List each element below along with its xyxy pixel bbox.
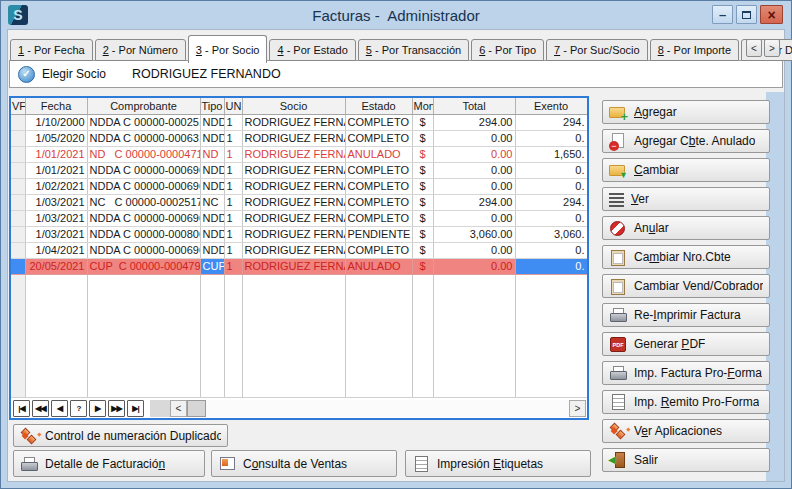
cell-fecha[interactable]: 1/03/2021 [25, 226, 87, 242]
cell-comprobante[interactable]: NDDA C 00000-0006964 [87, 178, 200, 194]
consulta-de-ventas-button[interactable]: Consulta de Ventas [211, 450, 397, 477]
cell-comprobante[interactable]: NDDA C 00000-0006964 [87, 242, 200, 258]
cell-estado[interactable]: ANULADO [345, 258, 412, 274]
cell-comprobante[interactable]: NDDA C 00000-0006964 [87, 210, 200, 226]
tab-por-tipo[interactable]: 6 - Por Tipo [471, 39, 544, 61]
ver-aplicaciones-button[interactable]: Ver Aplicaciones [602, 419, 770, 443]
cell-estado[interactable]: COMPLETO [345, 242, 412, 258]
cell-fecha[interactable]: 1/01/2021 [25, 146, 87, 162]
nav-search-button[interactable]: ? [70, 400, 87, 417]
cell-total[interactable]: 3,060.00 [433, 226, 515, 242]
re-imprimir-factura-button[interactable]: Re-Imprimir Factura [602, 303, 770, 327]
cell-vf[interactable] [11, 258, 25, 274]
cell-mon[interactable]: $ [412, 210, 433, 226]
cell-fecha[interactable]: 1/03/2021 [25, 194, 87, 210]
cell-socio[interactable]: RODRIGUEZ FERNANDO [242, 146, 345, 162]
invoice-row[interactable]: 1/10/2000NDDA C 00000-0002517NDD1RODRIGU… [11, 114, 587, 130]
cell-fecha[interactable]: 1/02/2021 [25, 178, 87, 194]
cell-fecha[interactable]: 1/05/2020 [25, 130, 87, 146]
cell-un[interactable]: 1 [224, 194, 242, 210]
cell-estado[interactable]: ANULADO [345, 146, 412, 162]
invoice-row[interactable]: 1/01/2021NDDA C 00000-0006964NDD1RODRIGU… [11, 162, 587, 178]
cell-mon[interactable]: $ [412, 114, 433, 130]
cell-socio[interactable]: RODRIGUEZ FERNANDO [242, 194, 345, 210]
cell-total[interactable]: 0.00 [433, 210, 515, 226]
cell-exento[interactable]: 294. [515, 194, 587, 210]
tab-scroll-left-button[interactable]: < [746, 39, 762, 57]
nav-first-button[interactable]: |◀ [13, 400, 30, 417]
horizontal-scrollbar[interactable]: < > [150, 400, 586, 417]
impresion-etiquetas-button[interactable]: Impresión Etiquetas [405, 450, 591, 477]
cell-vf[interactable] [11, 242, 25, 258]
control-numeracion-duplicados-button[interactable]: Control de numeración Duplicados [13, 424, 228, 447]
cambiar-nro-cbte-button[interactable]: Cambiar Nro.Cbte [602, 245, 770, 269]
cell-tipo[interactable]: NDD [200, 114, 224, 130]
cell-vf[interactable] [11, 162, 25, 178]
nav-prior-page-button[interactable]: ◀◀ [32, 400, 49, 417]
cell-socio[interactable]: RODRIGUEZ FERNANDO [242, 258, 345, 274]
cell-total[interactable]: 294.00 [433, 194, 515, 210]
cell-un[interactable]: 1 [224, 226, 242, 242]
cell-estado[interactable]: COMPLETO [345, 130, 412, 146]
cell-exento[interactable]: 0. [515, 130, 587, 146]
cell-un[interactable]: 1 [224, 178, 242, 194]
cell-mon[interactable]: $ [412, 242, 433, 258]
cell-total[interactable]: 0.00 [433, 178, 515, 194]
cell-comprobante[interactable]: NDDA C 00000-0006316 [87, 130, 200, 146]
cell-socio[interactable]: RODRIGUEZ FERNANDO [242, 178, 345, 194]
cell-comprobante[interactable]: NDDA C 00000-0002517 [87, 114, 200, 130]
tab-por-estado[interactable]: 4 - Por Estado [269, 39, 355, 61]
cell-fecha[interactable]: 1/03/2021 [25, 210, 87, 226]
scrollbar-track[interactable] [206, 400, 569, 417]
cell-un[interactable]: 1 [224, 210, 242, 226]
cell-fecha[interactable]: 1/01/2021 [25, 162, 87, 178]
tab-scroll-right-button[interactable]: > [764, 39, 780, 57]
cell-mon[interactable]: $ [412, 130, 433, 146]
cell-exento[interactable]: 1,650. [515, 146, 587, 162]
scrollbar-thumb[interactable] [187, 400, 206, 417]
cell-un[interactable]: 1 [224, 258, 242, 274]
cell-total[interactable]: 0.00 [433, 258, 515, 274]
cell-socio[interactable]: RODRIGUEZ FERNANDO [242, 130, 345, 146]
scroll-right-button[interactable]: > [569, 400, 586, 417]
cell-estado[interactable]: COMPLETO [345, 210, 412, 226]
cell-total[interactable]: 0.00 [433, 242, 515, 258]
invoice-row[interactable]: 1/03/2021NC C 00000-00025177NC1RODRIGUEZ… [11, 194, 587, 210]
invoice-row[interactable]: 1/03/2021NDDA C 00000-0006964NDD1RODRIGU… [11, 210, 587, 226]
cell-mon[interactable]: $ [412, 146, 433, 162]
cambiar-button[interactable]: Cambiar [602, 158, 770, 182]
anular-button[interactable]: Anular [602, 216, 770, 240]
tab-por-numero[interactable]: 2 - Por Número [95, 39, 186, 61]
nav-next-page-button[interactable]: ▶▶ [108, 400, 125, 417]
cell-vf[interactable] [11, 178, 25, 194]
invoice-row[interactable]: 1/05/2020NDDA C 00000-0006316NDD1RODRIGU… [11, 130, 587, 146]
invoice-row[interactable]: 1/01/2021ND C 00000-00004717ND1RODRIGUEZ… [11, 146, 587, 162]
cell-exento[interactable]: 0. [515, 210, 587, 226]
cell-un[interactable]: 1 [224, 242, 242, 258]
ver-button[interactable]: Ver [602, 187, 770, 211]
cell-tipo[interactable]: NDD [200, 226, 224, 242]
cell-exento[interactable]: 0. [515, 162, 587, 178]
imp-factura-pro-forma-button[interactable]: Imp. Factura Pro-Forma [602, 361, 770, 385]
cell-estado[interactable]: PENDIENTE [345, 226, 412, 242]
cell-mon[interactable]: $ [412, 162, 433, 178]
cell-mon[interactable]: $ [412, 178, 433, 194]
cell-mon[interactable]: $ [412, 226, 433, 242]
cell-comprobante[interactable]: NC C 00000-00025177 [87, 194, 200, 210]
cell-un[interactable]: 1 [224, 162, 242, 178]
minimize-button[interactable]: – [712, 5, 733, 24]
cell-total[interactable]: 0.00 [433, 162, 515, 178]
invoice-row[interactable]: 20/05/2021CUP C 00000-00047970CUP1RODRIG… [11, 258, 587, 274]
detalle-facturacion-button[interactable]: Detalle de Facturación [13, 450, 205, 477]
cell-exento[interactable]: 0. [515, 242, 587, 258]
cell-socio[interactable]: RODRIGUEZ FERNANDO [242, 242, 345, 258]
imp-remito-pro-forma-button[interactable]: Imp. Remito Pro-Forma [602, 390, 770, 414]
generar-pdf-button[interactable]: Generar PDF [602, 332, 770, 356]
cell-fecha[interactable]: 1/10/2000 [25, 114, 87, 130]
cell-socio[interactable]: RODRIGUEZ FERNANDO [242, 210, 345, 226]
nav-next-button[interactable]: ▶ [89, 400, 106, 417]
cell-tipo[interactable]: ND [200, 146, 224, 162]
cell-socio[interactable]: RODRIGUEZ FERNANDO [242, 162, 345, 178]
tab-por-socio[interactable]: 3 - Por Socio [188, 35, 268, 63]
cell-tipo[interactable]: NDD [200, 242, 224, 258]
